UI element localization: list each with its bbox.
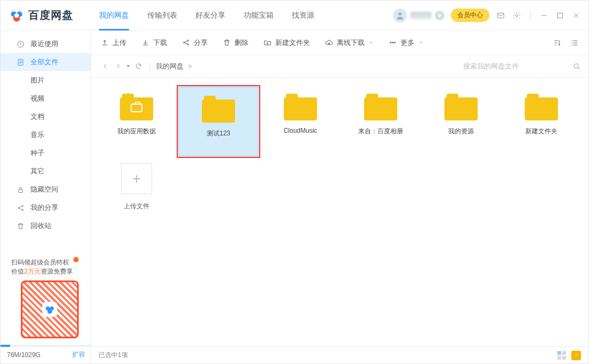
separator xyxy=(530,11,531,20)
vip-center-button[interactable]: 会员中心 xyxy=(451,9,489,22)
sidebar-item-video[interactable]: 视频 xyxy=(1,89,90,108)
clock-icon xyxy=(16,40,25,48)
folder-item[interactable]: 我的资源 xyxy=(421,85,501,155)
plus-icon: + xyxy=(121,163,152,194)
svg-point-18 xyxy=(187,40,189,42)
sidebar-item-doc[interactable]: 文档 xyxy=(1,108,90,126)
app-logo: 百度网盘 xyxy=(9,8,73,23)
tab-3[interactable]: 功能宝箱 xyxy=(244,1,274,31)
upload-icon xyxy=(101,39,109,47)
sidebar-item-seed[interactable]: 种子 xyxy=(1,144,90,162)
search-icon[interactable] xyxy=(572,62,581,71)
avatar-icon xyxy=(393,9,407,22)
folder-icon xyxy=(202,96,235,123)
settings-gear-icon[interactable] xyxy=(512,11,522,20)
expand-storage-link[interactable]: 扩容 xyxy=(72,350,85,359)
folder-item[interactable]: 新建文件夹 xyxy=(501,85,582,155)
folder-name: 测试123 xyxy=(207,129,230,138)
svg-point-20 xyxy=(390,42,391,43)
tab-1[interactable]: 传输列表 xyxy=(147,1,177,31)
upload-button[interactable]: 上传 xyxy=(101,38,126,48)
svg-point-11 xyxy=(18,207,19,209)
folder-icon xyxy=(284,94,317,120)
sidebar-item-label: 我的分享 xyxy=(31,203,58,213)
sidebar-item-all[interactable]: 全部文件 xyxy=(1,53,90,71)
cloud-download-icon xyxy=(325,39,333,47)
folder-name: 我的应用数据 xyxy=(117,127,156,136)
offline-download-button[interactable]: 离线下载 xyxy=(325,38,374,48)
files-icon xyxy=(16,58,25,66)
sidebar-item-music[interactable]: 音乐 xyxy=(1,126,90,144)
upload-tile-label: 上传文件 xyxy=(124,202,149,211)
list-view-icon[interactable] xyxy=(570,39,579,47)
folder-item[interactable]: CloudMusic xyxy=(260,85,341,155)
more-button[interactable]: 更多 xyxy=(389,38,424,48)
window-maximize-button[interactable] xyxy=(555,11,565,20)
folder-item[interactable]: 测试123 xyxy=(178,87,259,156)
folder-grid: 我的应用数据测试123CloudMusic来自：百度相册我的资源新建文件夹+上传… xyxy=(96,85,588,228)
nav-dropdown-button[interactable] xyxy=(124,60,132,73)
window-close-button[interactable] xyxy=(571,11,581,20)
folder-icon xyxy=(525,94,558,120)
sidebar-item-recent[interactable]: 最近使用 xyxy=(1,35,90,53)
tab-2[interactable]: 好友分享 xyxy=(195,1,225,31)
quota-text: 76M/1029G xyxy=(7,351,41,359)
svg-point-3 xyxy=(14,13,19,18)
sidebar-item-share[interactable]: 我的分享 xyxy=(1,199,90,217)
heart-badge-icon: ♥ xyxy=(435,11,444,20)
sort-icon[interactable] xyxy=(553,39,562,47)
trash-icon xyxy=(223,39,231,47)
folder-icon xyxy=(364,94,397,120)
cloud-logo-icon xyxy=(9,8,24,23)
nav-back-button[interactable] xyxy=(99,60,111,73)
sidebar-item-hidden[interactable]: 隐藏空间 xyxy=(1,180,90,199)
grid-view-icon[interactable] xyxy=(557,351,566,360)
sidebar-item-trash[interactable]: 回收站 xyxy=(1,217,90,235)
sidebar-item-other[interactable]: 其它 xyxy=(1,162,90,180)
breadcrumb-separator: > xyxy=(186,62,194,70)
sidebar-item-label: 隐藏空间 xyxy=(31,185,58,194)
tab-4[interactable]: 找资源 xyxy=(292,1,314,31)
share-icon xyxy=(16,204,25,212)
new-folder-button[interactable]: 新建文件夹 xyxy=(263,38,310,48)
sidebar-item-label: 最近使用 xyxy=(31,39,58,49)
delete-button[interactable]: 删除 xyxy=(223,38,248,48)
promo-block[interactable]: 扫码领超级会员特权 价值2万元资源免费享 xyxy=(1,255,90,345)
svg-rect-5 xyxy=(497,13,504,18)
app-name: 百度网盘 xyxy=(28,8,73,22)
window-minimize-button[interactable] xyxy=(539,11,549,20)
breadcrumb-root[interactable]: 我的网盘 xyxy=(156,62,184,70)
promo-dot-icon xyxy=(73,257,79,262)
svg-point-19 xyxy=(187,44,189,46)
svg-point-22 xyxy=(394,42,395,43)
nav-forward-button[interactable] xyxy=(111,60,124,73)
svg-rect-10 xyxy=(18,189,22,192)
highlight-box: 测试123 xyxy=(177,85,260,158)
upload-tile[interactable]: +上传文件 xyxy=(96,158,177,228)
search-input[interactable] xyxy=(463,62,554,70)
sidebar-item-label: 其它 xyxy=(31,166,44,176)
sidebar-item-pic[interactable]: 图片 xyxy=(1,71,90,89)
mail-icon[interactable] xyxy=(496,11,505,20)
download-button[interactable]: 下载 xyxy=(141,38,167,48)
sidebar-item-label: 文档 xyxy=(31,112,44,122)
username-blurred xyxy=(410,12,432,19)
folder-item[interactable]: 来自：百度相册 xyxy=(341,85,421,155)
tab-0[interactable]: 我的网盘 xyxy=(99,1,129,31)
titlebar: 百度网盘 我的网盘传输列表好友分享功能宝箱找资源 ♥ 会员中心 xyxy=(1,1,588,31)
sidebar-item-label: 图片 xyxy=(31,75,44,85)
search-box[interactable] xyxy=(463,62,581,71)
folder-item[interactable]: 我的应用数据 xyxy=(96,85,177,155)
storage-quota: 76M/1029G 扩容 xyxy=(1,345,90,363)
refresh-button[interactable] xyxy=(132,60,145,73)
sidebar-item-label: 视频 xyxy=(31,94,44,103)
top-tabs: 我的网盘传输列表好友分享功能宝箱找资源 xyxy=(99,1,314,31)
promo-line2: 价值2万元资源免费享 xyxy=(11,267,84,276)
breadcrumb[interactable]: 我的网盘 > xyxy=(156,62,194,71)
share-button[interactable]: 分享 xyxy=(182,38,208,48)
user-chip[interactable]: ♥ xyxy=(393,9,444,22)
transfer-button[interactable] xyxy=(571,351,581,360)
files-area[interactable]: 我的应用数据测试123CloudMusic来自：百度相册我的资源新建文件夹+上传… xyxy=(91,78,588,346)
folder-name: CloudMusic xyxy=(284,127,318,134)
folder-name: 新建文件夹 xyxy=(525,127,557,136)
